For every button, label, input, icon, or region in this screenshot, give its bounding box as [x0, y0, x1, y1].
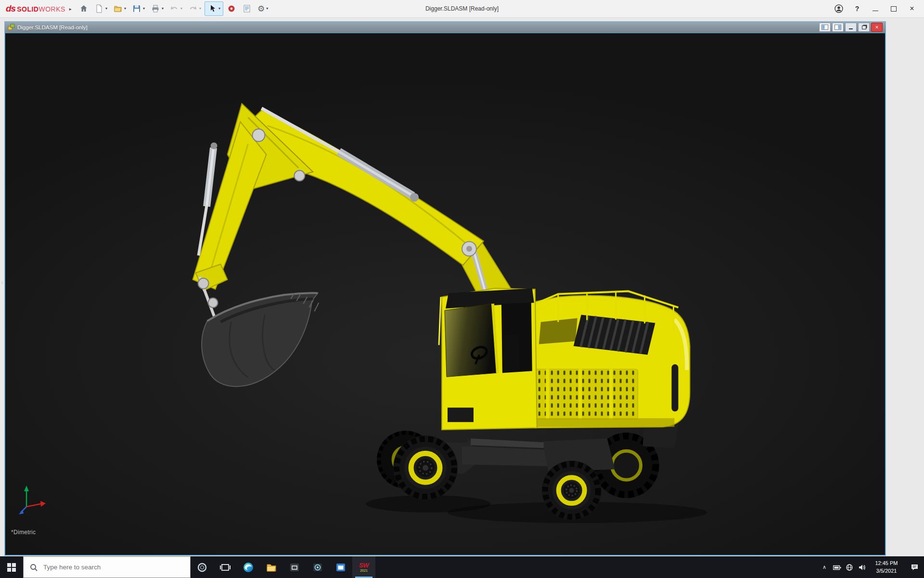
mouse-gestures-button[interactable]	[224, 2, 239, 15]
document-window-controls: ×	[819, 23, 883, 32]
solidworks-taskbar-button[interactable]: SW 2021	[352, 556, 375, 578]
user-avatar-icon	[834, 4, 844, 13]
upper-body[interactable]	[514, 291, 690, 428]
boom-assembly[interactable]	[193, 104, 520, 318]
help-button[interactable]: ?	[849, 1, 865, 16]
speaker-icon	[858, 564, 866, 571]
bucket[interactable]	[202, 293, 319, 386]
excavator-model[interactable]	[5, 33, 885, 555]
options-button[interactable]: ⚙ ▾	[255, 2, 270, 15]
cab[interactable]	[439, 289, 537, 430]
print-caret-icon[interactable]: ▾	[162, 7, 164, 11]
new-caret-icon[interactable]: ▾	[105, 7, 107, 11]
maximize-button[interactable]	[886, 1, 902, 16]
tray-expand-button[interactable]: ∧	[818, 556, 831, 578]
battery-tray-button[interactable]	[831, 556, 843, 578]
task-view-icon	[220, 562, 231, 573]
media-app-button[interactable]	[306, 556, 329, 578]
cortana-icon	[197, 562, 207, 573]
new-document-button[interactable]: ▾	[92, 2, 110, 15]
pin-plate[interactable]	[294, 171, 305, 181]
save-caret-icon[interactable]: ▾	[143, 7, 145, 11]
doc-minimize-button[interactable]	[845, 23, 857, 32]
home-button[interactable]	[77, 2, 91, 15]
triad-y-axis	[24, 486, 29, 491]
action-center-icon	[911, 564, 919, 571]
search-input[interactable]	[42, 563, 174, 571]
undo-caret-icon[interactable]: ▾	[180, 7, 182, 11]
help-icon: ?	[855, 5, 860, 13]
start-button[interactable]	[0, 556, 23, 578]
volume-tray-button[interactable]	[856, 556, 868, 578]
windshield[interactable]	[445, 303, 497, 377]
close-icon: ×	[910, 5, 914, 13]
quick-access-toolbar: ▾ ▾ ▾ ▾ ▾ ▾ ▾	[77, 1, 270, 16]
snip-tool-button[interactable]	[283, 556, 306, 578]
close-button[interactable]: ×	[904, 1, 920, 16]
print-icon	[151, 4, 160, 13]
file-properties-button[interactable]	[240, 2, 254, 15]
select-tool-button[interactable]: ▾	[205, 1, 223, 16]
solidworks-year-badge: 2021	[360, 569, 368, 572]
taskbar-search[interactable]	[23, 556, 191, 578]
open-button[interactable]: ▾	[111, 2, 128, 15]
account-button[interactable]	[831, 1, 847, 16]
snip-tool-icon	[289, 562, 300, 573]
media-app-icon	[312, 562, 323, 573]
graphics-viewport[interactable]: *Dimetric	[5, 33, 886, 555]
split-pane-icon	[821, 25, 828, 30]
options-caret-icon[interactable]: ▾	[266, 7, 268, 11]
menu-flyout-arrow-icon[interactable]: ▸	[69, 6, 72, 12]
minimize-icon	[873, 11, 878, 11]
wheel-rear-near[interactable]	[542, 460, 602, 520]
redo-button[interactable]: ▾	[186, 2, 204, 15]
windows-logo-icon	[7, 563, 16, 572]
maximize-icon	[891, 6, 897, 12]
open-folder-icon	[113, 4, 123, 13]
undo-button[interactable]: ▾	[167, 2, 185, 15]
action-center-button[interactable]	[905, 556, 924, 578]
windows-taskbar: SW 2021 ∧ 12:45 PM 3/5/2021	[0, 556, 924, 578]
taskbar-clock[interactable]: 12:45 PM 3/5/2021	[868, 560, 905, 575]
document-title: Digger.SLDASM [Read-only]	[17, 25, 88, 30]
print-button[interactable]: ▾	[148, 2, 166, 15]
doc-pane-button-2[interactable]	[832, 23, 844, 32]
task-view-button[interactable]	[214, 556, 237, 578]
open-caret-icon[interactable]: ▾	[124, 7, 126, 11]
solidworks-logo[interactable]: ds SOLID WORKS	[6, 3, 65, 14]
save-button[interactable]: ▾	[129, 2, 147, 15]
wheel-front-near[interactable]	[393, 435, 458, 500]
battery-icon	[833, 565, 841, 570]
clock-date: 3/5/2021	[868, 567, 905, 575]
panel-collapse-arrow[interactable]: ‹	[1, 278, 3, 286]
redo-caret-icon[interactable]: ▾	[199, 7, 201, 11]
window-app-icon	[335, 562, 346, 573]
save-icon	[132, 4, 141, 13]
minimize-button[interactable]	[867, 1, 884, 16]
select-caret-icon[interactable]: ▾	[218, 7, 220, 11]
cab-step	[448, 407, 474, 422]
logo-works-text: WORKS	[38, 5, 65, 13]
doc-restore-icon	[862, 26, 866, 29]
pin-stick-end[interactable]	[198, 278, 209, 289]
assembly-doc-icon	[8, 24, 15, 31]
doc-pane-button-1[interactable]	[819, 23, 831, 32]
file-explorer-button[interactable]	[260, 556, 283, 578]
doc-close-button[interactable]: ×	[871, 23, 883, 32]
edge-button[interactable]	[237, 556, 260, 578]
cortana-button[interactable]	[191, 556, 214, 578]
logo-solid-text: SOLID	[17, 5, 38, 13]
document-window: Digger.SLDASM [Read-only] ×	[4, 21, 886, 556]
boom[interactable]	[238, 110, 484, 265]
tile-pane-icon	[834, 25, 841, 30]
titlebar-right-controls: ? ×	[831, 0, 920, 17]
window-app-button[interactable]	[329, 556, 352, 578]
doc-minimize-icon	[849, 28, 853, 29]
doc-restore-button[interactable]	[858, 23, 870, 32]
network-tray-button[interactable]	[843, 556, 856, 578]
file-properties-icon	[242, 4, 252, 13]
pin-bucket[interactable]	[208, 298, 218, 307]
seat	[503, 333, 520, 372]
document-titlebar[interactable]: Digger.SLDASM [Read-only] ×	[5, 22, 886, 33]
pin-elbow[interactable]	[252, 129, 265, 142]
